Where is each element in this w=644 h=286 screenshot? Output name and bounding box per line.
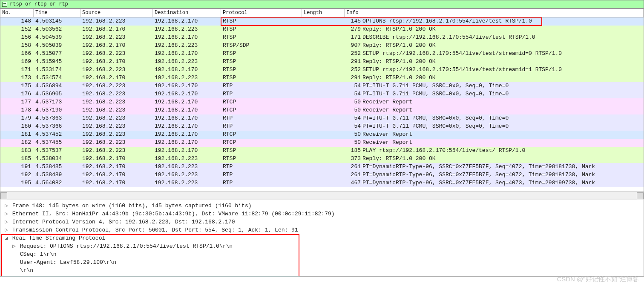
cell-destination: 192.168.2.223 — [153, 171, 221, 179]
cell-no: 181 — [0, 131, 34, 139]
cell-time: 4.533174 — [34, 66, 80, 74]
cell-no: 176 — [0, 90, 34, 98]
cell-destination: 192.168.2.223 — [153, 42, 221, 50]
col-header-source[interactable]: Source — [80, 9, 153, 17]
detail-tree-line[interactable]: CSeq: 1\r\n — [3, 250, 641, 258]
cell-time: 4.536894 — [34, 82, 80, 90]
packet-row[interactable]: 1824.537455192.168.2.223192.168.2.170RTC… — [0, 139, 644, 147]
cell-no: 173 — [0, 74, 34, 82]
col-header-time[interactable]: Time — [34, 9, 80, 17]
packet-row[interactable]: 1794.537363192.168.2.223192.168.2.170RTP… — [0, 114, 644, 123]
cell-source: 192.168.2.223 — [80, 123, 153, 131]
cell-info: 291Reply: RTSP/1.0 200 OK — [345, 58, 644, 66]
cell-length — [302, 155, 345, 163]
detail-text: \r\n — [20, 267, 33, 274]
packet-list-body[interactable]: 1484.503145192.168.2.223192.168.2.170RTS… — [0, 17, 644, 191]
detail-tree-line[interactable]: ▷ Internet Protocol Version 4, Src: 192.… — [3, 218, 641, 226]
cell-protocol: RTSP — [221, 34, 302, 42]
cell-info: 54PT=ITU-T G.711 PCMU, SSRC=0x0, Seq=0, … — [345, 123, 644, 131]
detail-tree-line[interactable]: ◢ Real Time Streaming Protocol — [3, 234, 641, 242]
cell-time: 4.503145 — [34, 17, 80, 26]
packet-row[interactable]: 1814.537452192.168.2.223192.168.2.170RTC… — [0, 131, 644, 139]
cell-length — [302, 139, 345, 147]
packet-row[interactable]: 1764.536905192.168.2.223192.168.2.170RTP… — [0, 90, 644, 98]
packet-row[interactable]: 1954.564082192.168.2.170192.168.2.223RTP… — [0, 179, 644, 187]
cell-time: 4.537537 — [34, 147, 80, 155]
tree-expand-icon[interactable]: ▷ — [5, 218, 9, 226]
cell-time: 4.537363 — [34, 114, 80, 123]
packet-row[interactable]: 1734.534574192.168.2.170192.168.2.223RTS… — [0, 74, 644, 82]
packet-row[interactable]: 1564.504539192.168.2.223192.168.2.170RTS… — [0, 34, 644, 42]
cell-source: 192.168.2.170 — [80, 42, 153, 50]
tree-expand-icon[interactable]: ▷ — [5, 226, 9, 234]
cell-length — [302, 42, 345, 50]
cell-length — [302, 58, 345, 66]
cell-destination: 192.168.2.223 — [153, 179, 221, 187]
cell-destination: 192.168.2.170 — [153, 66, 221, 74]
cell-source: 192.168.2.170 — [80, 155, 153, 163]
cell-source: 192.168.2.223 — [80, 90, 153, 98]
packet-row[interactable]: 1754.536894192.168.2.223192.168.2.170RTP… — [0, 82, 644, 90]
cell-info: 54PT=ITU-T G.711 PCMU, SSRC=0x0, Seq=0, … — [345, 82, 644, 90]
packet-row[interactable]: 1834.537537192.168.2.223192.168.2.170RTS… — [0, 147, 644, 155]
cell-source: 192.168.2.223 — [80, 139, 153, 147]
cell-destination: 192.168.2.223 — [153, 163, 221, 171]
packet-details-pane[interactable]: ▷ Frame 148: 145 bytes on wire (1160 bit… — [0, 200, 644, 277]
packet-row[interactable]: 1524.503562192.168.2.170192.168.2.223RTS… — [0, 26, 644, 34]
col-header-info[interactable]: Info — [345, 9, 644, 17]
horizontal-scrollbar[interactable] — [0, 191, 644, 199]
cell-time: 4.537190 — [34, 106, 80, 114]
col-header-no[interactable]: No. — [0, 9, 34, 17]
packet-row[interactable]: 1714.533174192.168.2.223192.168.2.170RTS… — [0, 66, 644, 74]
detail-tree-line[interactable]: ▷ Ethernet II, Src: HonHaiPr_a4:43:9b (9… — [3, 210, 641, 218]
cell-time: 4.515077 — [34, 50, 80, 58]
display-filter-input[interactable] — [10, 1, 642, 7]
detail-tree-line[interactable]: \r\n — [3, 266, 641, 275]
tree-expand-icon[interactable]: ◢ — [5, 234, 9, 242]
cell-no: 191 — [0, 163, 34, 171]
packet-row[interactable]: 1804.537366192.168.2.223192.168.2.170RTP… — [0, 123, 644, 131]
col-header-destination[interactable]: Destination — [153, 9, 221, 17]
packet-row[interactable]: 1584.505039192.168.2.170192.168.2.223RTS… — [0, 42, 644, 50]
cell-info: 907Reply: RTSP/1.0 200 OK — [345, 42, 644, 50]
packet-row[interactable]: 1694.515945192.168.2.170192.168.2.223RTS… — [0, 58, 644, 66]
cell-time: 4.537173 — [34, 98, 80, 106]
tree-expand-icon[interactable]: ▷ — [5, 210, 9, 218]
detail-tree-line[interactable]: ▷ Frame 148: 145 bytes on wire (1160 bit… — [3, 202, 641, 210]
packet-row[interactable]: 1854.538034192.168.2.170192.168.2.223RTS… — [0, 155, 644, 163]
packet-row[interactable]: 1664.515077192.168.2.223192.168.2.170RTS… — [0, 50, 644, 58]
packet-row[interactable]: 1484.503145192.168.2.223192.168.2.170RTS… — [0, 17, 644, 26]
cell-length — [302, 90, 345, 98]
col-header-protocol[interactable]: Protocol — [221, 9, 302, 17]
cell-no: 183 — [0, 147, 34, 155]
packet-list-header[interactable]: No. Time Source Destination Protocol Len… — [0, 9, 644, 17]
detail-tree-line[interactable]: ▷ Transmission Control Protocol, Src Por… — [3, 226, 641, 234]
packet-row[interactable]: 1914.538485192.168.2.170192.168.2.223RTP… — [0, 163, 644, 171]
cell-no: 179 — [0, 114, 34, 123]
detail-tree-line[interactable]: User-Agent: Lavf58.29.100\r\n — [3, 258, 641, 266]
cell-length — [302, 171, 345, 179]
cell-destination: 192.168.2.170 — [153, 114, 221, 123]
cell-destination: 192.168.2.223 — [153, 74, 221, 82]
tree-expand-icon[interactable]: ▷ — [5, 202, 9, 210]
packet-row[interactable]: 1784.537190192.168.2.223192.168.2.170RTC… — [0, 106, 644, 114]
cell-source: 192.168.2.223 — [80, 50, 153, 58]
cell-info: 50Receiver Report — [345, 131, 644, 139]
cell-source: 192.168.2.223 — [80, 114, 153, 123]
display-filter-bar[interactable] — [0, 0, 644, 9]
detail-tree-line[interactable]: ▷ Request: OPTIONS rtsp://192.168.2.170:… — [3, 242, 641, 250]
packet-row[interactable]: 1774.537173192.168.2.223192.168.2.170RTC… — [0, 98, 644, 106]
cell-no: 175 — [0, 82, 34, 90]
cell-destination: 192.168.2.170 — [153, 34, 221, 42]
col-header-length[interactable]: Length — [302, 9, 345, 17]
cell-protocol: RTCP — [221, 98, 302, 106]
cell-no: 195 — [0, 179, 34, 187]
cell-info: 279Reply: RTSP/1.0 200 OK — [345, 26, 644, 34]
cell-source: 192.168.2.223 — [80, 106, 153, 114]
cell-info: 261PT=DynamicRTP-Type-96, SSRC=0x77EF5B7… — [345, 171, 644, 179]
cell-protocol: RTSP — [221, 17, 302, 26]
cell-no: 158 — [0, 42, 34, 50]
cell-destination: 192.168.2.170 — [153, 147, 221, 155]
packet-row[interactable]: 1924.538489192.168.2.170192.168.2.223RTP… — [0, 171, 644, 179]
tree-expand-icon[interactable]: ▷ — [12, 242, 17, 250]
